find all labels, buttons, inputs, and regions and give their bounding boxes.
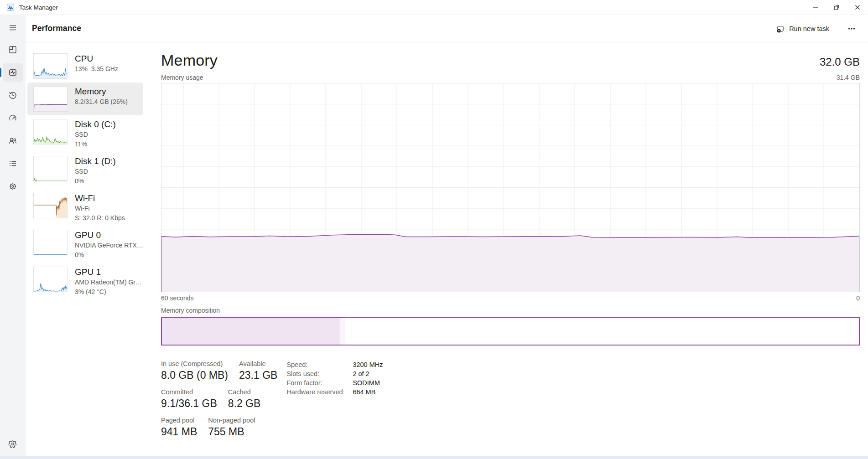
sidebar-item-services[interactable] bbox=[3, 177, 23, 196]
stat-committed: Committed 9.1/36.1 GB bbox=[161, 388, 217, 410]
navigation-items bbox=[3, 41, 23, 196]
perf-item-subtitle: 0% bbox=[75, 251, 141, 259]
memory-usage-row: Memory usage 31.4 GB bbox=[161, 74, 860, 81]
memory-detail-pane: Memory 32.0 GB Memory usage 31.4 GB 60 s… bbox=[146, 42, 868, 459]
settings-button[interactable] bbox=[3, 435, 23, 453]
memory-composition-bar[interactable] bbox=[161, 317, 860, 346]
stat-cached: Cached 8.2 GB bbox=[228, 388, 261, 410]
close-button[interactable] bbox=[847, 0, 868, 15]
perf-item-title: Disk 0 (C:) bbox=[75, 119, 116, 129]
perf-item-title: Memory bbox=[75, 86, 128, 97]
perf-item-subtitle: AMD Radeon(TM) Gr… bbox=[75, 278, 141, 287]
app-history-icon bbox=[8, 91, 17, 100]
sidebar-item-users[interactable] bbox=[3, 132, 23, 150]
titlebar: Task Manager bbox=[0, 0, 868, 15]
composition-segment-modified[interactable] bbox=[339, 318, 345, 345]
detail-value: 3200 MHz bbox=[353, 361, 383, 368]
perf-item-subtitle: NVIDIA GeForce RTX… bbox=[75, 241, 141, 250]
perf-item-text: GPU 0NVIDIA GeForce RTX…0% bbox=[75, 230, 141, 259]
gpu0-mini-chart bbox=[33, 230, 68, 255]
memory-stats: In use (Compressed) 8.0 GB (0 MB) Availa… bbox=[161, 360, 860, 445]
perf-item-cpu[interactable]: CPU13% 3.35 GHz bbox=[27, 50, 143, 83]
restore-button[interactable] bbox=[826, 0, 847, 15]
header-actions: Run new task bbox=[771, 21, 860, 36]
composition-segment-free[interactable] bbox=[522, 318, 859, 345]
perf-item-subtitle: Wi-Fi bbox=[75, 204, 125, 213]
stats-row: Paged pool 941 MB Non-paged pool 755 MB bbox=[161, 417, 277, 438]
hardware-details: Speed: 3200 MHz Slots used: 2 of 2 Form … bbox=[286, 360, 383, 445]
axis-left-label: 60 seconds bbox=[161, 294, 194, 302]
perf-item-subtitle: 0% bbox=[75, 177, 116, 186]
perf-item-text: Memory8.2/31.4 GB (26%) bbox=[75, 86, 128, 112]
more-options-button[interactable] bbox=[843, 22, 860, 36]
memory-mini-chart bbox=[33, 86, 68, 112]
navigation-menu-button[interactable] bbox=[3, 20, 23, 36]
perf-item-disk1[interactable]: Disk 1 (D:)SSD0% bbox=[27, 152, 143, 189]
perf-item-subtitle: S: 32.0 R: 0 Kbps bbox=[75, 214, 125, 222]
perf-item-subtitle: SSD bbox=[75, 167, 116, 176]
sidebar-item-app-history[interactable] bbox=[3, 86, 23, 104]
sidebar-item-startup-apps[interactable] bbox=[3, 109, 23, 127]
memory-title: Memory bbox=[161, 52, 218, 69]
navigation-rail bbox=[0, 15, 26, 459]
perf-item-wifi[interactable]: Wi-FiWi-FiS: 32.0 R: 0 Kbps bbox=[27, 189, 143, 226]
task-manager-app-icon bbox=[7, 4, 14, 11]
restore-icon bbox=[833, 4, 840, 11]
wifi-mini-chart bbox=[33, 193, 68, 218]
disk1-mini-chart bbox=[33, 156, 68, 181]
detail-value: 664 MB bbox=[353, 388, 383, 396]
perf-item-subtitle: 11% bbox=[75, 140, 116, 149]
performance-list: CPU13% 3.35 GHzMemory8.2/31.4 GB (26%)Di… bbox=[26, 42, 146, 459]
composition-segment-standby[interactable] bbox=[345, 318, 522, 345]
stat-available: Available 23.1 GB bbox=[239, 360, 277, 382]
page-title: Performance bbox=[32, 24, 81, 33]
minimize-button[interactable] bbox=[805, 0, 826, 15]
gpu1-mini-chart bbox=[33, 267, 68, 292]
perf-item-text: Disk 0 (C:)SSD11% bbox=[75, 119, 116, 149]
sidebar-item-processes[interactable] bbox=[3, 41, 23, 59]
cpu-mini-chart bbox=[33, 53, 68, 79]
content-area: Performance Run new task bbox=[26, 15, 868, 459]
stats-row: In use (Compressed) 8.0 GB (0 MB) Availa… bbox=[161, 360, 277, 382]
ellipsis-icon bbox=[847, 25, 856, 33]
memory-usage-label: Memory usage bbox=[161, 74, 203, 81]
perf-item-text: CPU13% 3.35 GHz bbox=[75, 53, 118, 79]
detail-label: Form factor: bbox=[286, 379, 353, 387]
settings-gear-icon bbox=[8, 439, 17, 449]
perf-item-title: Wi-Fi bbox=[75, 193, 125, 203]
perf-item-text: GPU 1AMD Radeon(TM) Gr…3% (42 °C) bbox=[75, 267, 141, 296]
chart-axis-row: 60 seconds 0 bbox=[161, 294, 860, 302]
memory-total-capacity: 32.0 GB bbox=[820, 56, 860, 68]
perf-item-subtitle: 3% (42 °C) bbox=[75, 288, 141, 296]
sidebar-item-details[interactable] bbox=[3, 155, 23, 173]
memory-usage-chart-svg bbox=[161, 83, 859, 292]
performance-body: CPU13% 3.35 GHzMemory8.2/31.4 GB (26%)Di… bbox=[26, 42, 868, 459]
memory-usage-max: 31.4 GB bbox=[837, 74, 860, 81]
stat-in-use: In use (Compressed) 8.0 GB (0 MB) bbox=[161, 360, 228, 382]
perf-item-memory[interactable]: Memory8.2/31.4 GB (26%) bbox=[27, 83, 143, 115]
run-new-task-button[interactable]: Run new task bbox=[771, 21, 835, 36]
memory-stats-grid: In use (Compressed) 8.0 GB (0 MB) Availa… bbox=[161, 360, 277, 445]
composition-segment-in-use[interactable] bbox=[162, 318, 339, 345]
memory-usage-chart bbox=[161, 83, 860, 292]
details-icon bbox=[8, 159, 17, 168]
task-manager-window: Task Manager bbox=[0, 0, 868, 459]
perf-item-subtitle: SSD bbox=[75, 130, 116, 139]
close-icon bbox=[854, 4, 861, 11]
header-divider bbox=[839, 23, 839, 35]
perf-item-text: Wi-FiWi-FiS: 32.0 R: 0 Kbps bbox=[75, 193, 125, 222]
perf-item-subtitle: 8.2/31.4 GB (26%) bbox=[75, 98, 128, 106]
perf-item-title: CPU bbox=[75, 53, 118, 64]
users-icon bbox=[8, 136, 17, 145]
memory-title-row: Memory 32.0 GB bbox=[161, 52, 860, 69]
memory-composition-label: Memory composition bbox=[161, 307, 860, 314]
run-new-task-label: Run new task bbox=[789, 25, 829, 32]
sidebar-item-performance[interactable] bbox=[3, 63, 23, 82]
processes-icon bbox=[8, 45, 17, 54]
app-body: Performance Run new task bbox=[0, 15, 868, 459]
perf-item-gpu1[interactable]: GPU 1AMD Radeon(TM) Gr…3% (42 °C) bbox=[27, 263, 143, 300]
perf-item-disk0[interactable]: Disk 0 (C:)SSD11% bbox=[27, 115, 143, 152]
startup-apps-icon bbox=[8, 113, 17, 123]
services-icon bbox=[8, 182, 17, 191]
perf-item-gpu0[interactable]: GPU 0NVIDIA GeForce RTX…0% bbox=[27, 226, 143, 263]
